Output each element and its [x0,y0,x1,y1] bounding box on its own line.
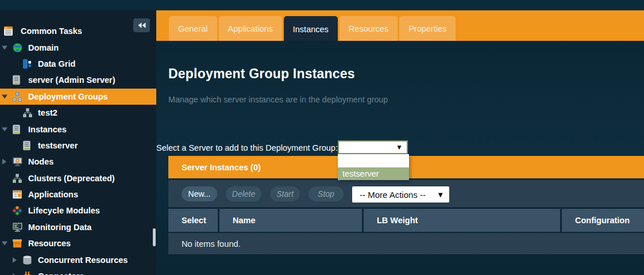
expander-down-icon[interactable] [2,241,7,246]
main-content: Deployment Group Instances Manage which … [156,41,644,275]
server-select[interactable]: ▼ [338,140,408,154]
server-icon [13,75,20,85]
expander-right-icon[interactable] [12,257,17,263]
new-button[interactable]: New... [182,186,217,201]
sidebar-item-clusters-deprecated[interactable]: Clusters (Deprecated) [0,170,156,186]
sidebar-item-label: Monitoring Data [28,223,91,232]
column-header-select: Select [168,209,218,232]
box-icon [13,239,22,248]
sidebar-item-data-grid[interactable]: Data Grid [0,56,156,72]
more-actions-select[interactable]: -- More Actions -- ▼ [352,186,449,203]
sidebar-item-testserver[interactable]: testserver [0,138,156,154]
stop-button[interactable]: Stop [308,186,344,201]
lifecycle-icon [13,206,22,215]
page-title: Deployment Group Instances [168,66,355,82]
plug-icon [23,272,32,275]
table-empty-row: No items found. [168,233,644,254]
expander-down-icon[interactable] [2,45,7,50]
sidebar-item-label: Applications [28,190,78,199]
top-strip [0,0,644,10]
sidebar: Common TasksDomainData Gridserver (Admin… [0,10,156,275]
server-icon [13,124,20,134]
more-actions-label: -- More Actions -- [360,190,426,200]
tab-applications[interactable]: Applications [219,16,282,41]
server-option-empty[interactable] [338,154,409,167]
sidebar-scrollbar-thumb[interactable] [153,228,156,246]
tab-instances[interactable]: Instances [284,16,338,43]
sidebar-item-common-tasks[interactable]: Common Tasks [0,23,156,39]
datagrid-icon [23,59,31,68]
node-icon [13,157,22,166]
tab-bar: GeneralApplicationsInstancesResourcesPro… [156,10,644,41]
sidebar-item-instances[interactable]: Instances [0,121,156,137]
sidebar-item-domain[interactable]: Domain [0,39,156,55]
expander-down-icon[interactable] [2,127,7,132]
server-select-options: testserver [338,154,409,180]
sidebar-nav: Common TasksDomainData Gridserver (Admin… [0,23,156,275]
sidebar-item-label: Concurrent Resources [38,255,128,265]
sidebar-item-concurrent-resources[interactable]: Concurrent Resources [0,251,156,268]
sidebar-item-label: Nodes [28,157,53,166]
sidebar-item-connectors[interactable]: Connectors [0,268,156,275]
sidebar-item-deployment-groups[interactable]: Deployment Groups [0,89,156,105]
sidebar-item-label: Clusters (Deprecated) [28,174,115,183]
expander-down-icon[interactable] [2,94,7,99]
database-icon [23,255,32,265]
sidebar-item-applications[interactable]: Applications [0,186,156,203]
sidebar-item-monitoring-data[interactable]: Monitoring Data [0,219,156,235]
expander-right-icon[interactable] [2,159,7,165]
sidebar-item-lifecycle-modules[interactable]: Lifecycle Modules [0,203,156,219]
sidebar-item-label: Data Grid [38,59,75,68]
sidebar-item-label: server (Admin Server) [28,75,115,85]
chevron-down-icon: ▼ [437,190,444,199]
toolbar-buttons: New...DeleteStartStop [182,186,344,201]
column-header-lb-weight: LB Weight [364,209,560,232]
server-option-testserver[interactable]: testserver [338,167,409,180]
sidebar-item-label: Resources [28,239,71,248]
server-icon [23,140,30,150]
chevron-down-icon: ▼ [396,143,403,151]
toolbar: New...DeleteStartStop -- More Actions --… [168,180,644,207]
apps-icon [13,190,22,199]
sidebar-item-label: Instances [28,125,67,134]
monitor-icon [13,223,22,232]
sidebar-item-label: Common Tasks [21,26,82,36]
page-subtitle: Manage which server instances are in the… [168,95,388,104]
globe-icon [13,43,22,52]
sidebar-item-label: test2 [38,108,57,117]
tab-properties[interactable]: Properties [399,16,456,41]
add-server-label: Select a Server to add to this Deploymen… [156,143,338,152]
tasks-icon [4,26,13,36]
server-instances-table: SelectNameLB WeightConfiguration No item… [168,209,644,254]
sidebar-item-label: Domain [28,43,59,52]
tab-general[interactable]: General [169,16,217,41]
sidebar-item-resources[interactable]: Resources [0,235,156,251]
start-button[interactable]: Start [270,186,300,201]
sidebar-item-nodes[interactable]: Nodes [0,154,156,170]
delete-button[interactable]: Delete [226,186,261,201]
sidebar-item-label: Connectors [38,272,84,275]
sidebar-item-label: Lifecycle Modules [28,206,100,215]
sidebar-item-label: testserver [38,141,78,150]
column-header-configuration: Configuration [562,209,644,232]
tab-resources[interactable]: Resources [340,16,398,41]
cluster-icon [23,108,32,117]
table-header: SelectNameLB WeightConfiguration [168,209,644,232]
sidebar-item-test2[interactable]: test2 [0,105,156,121]
app-window: Common TasksDomainData Gridserver (Admin… [0,0,644,275]
cluster-icon [13,174,22,183]
sidebar-item-server-admin-server[interactable]: server (Admin Server) [0,72,156,88]
sidebar-item-label: Deployment Groups [28,92,108,101]
cluster-icon [13,92,22,101]
column-header-name: Name [219,209,362,232]
